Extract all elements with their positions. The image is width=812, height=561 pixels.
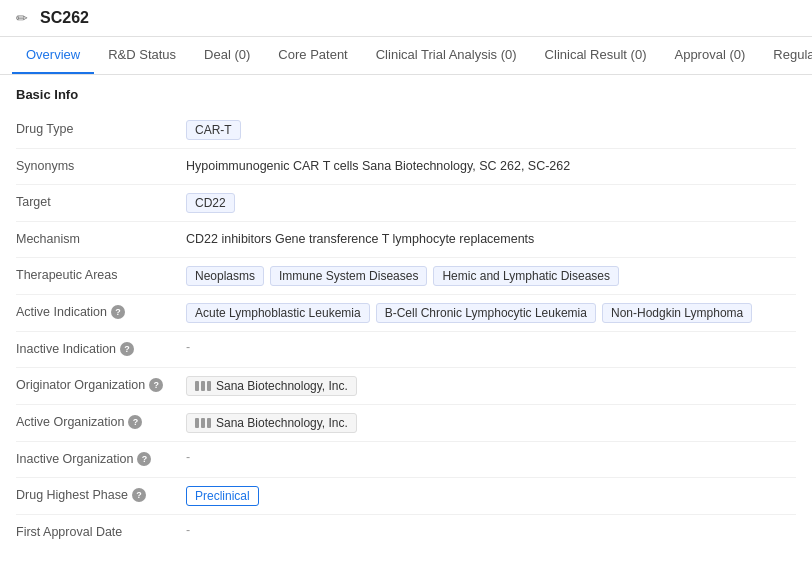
value-target: CD22	[186, 193, 796, 213]
value-originator-org: Sana Biotechnology, Inc.	[186, 376, 796, 396]
originator-org-tag: Sana Biotechnology, Inc.	[186, 376, 357, 396]
active-indication-tag-1: B-Cell Chronic Lymphocytic Leukemia	[376, 303, 596, 323]
label-mechanism: Mechanism	[16, 230, 186, 246]
tab-clinical-result[interactable]: Clinical Result (0)	[531, 37, 661, 74]
row-active-indication: Active Indication ? Acute Lymphoblastic …	[16, 295, 796, 332]
value-mechanism: CD22 inhibitors Gene transference T lymp…	[186, 230, 796, 246]
row-drug-type: Drug Type CAR-T	[16, 112, 796, 149]
label-originator-org: Originator Organization ?	[16, 376, 186, 392]
main-content: Basic Info Drug Type CAR-T Synonyms Hypo…	[0, 75, 812, 561]
row-first-approval-date: First Approval Date -	[16, 515, 796, 551]
label-inactive-indication: Inactive Indication ?	[16, 340, 186, 356]
svg-rect-2	[207, 381, 211, 391]
row-synonyms: Synonyms Hypoimmunogenic CAR T cells San…	[16, 149, 796, 185]
row-originator-org: Originator Organization ? Sana Biotechno…	[16, 368, 796, 405]
value-active-org: Sana Biotechnology, Inc.	[186, 413, 796, 433]
label-target: Target	[16, 193, 186, 209]
inactive-indication-help-icon[interactable]: ?	[120, 342, 134, 356]
page-title: SC262	[40, 9, 89, 27]
svg-rect-1	[201, 381, 205, 391]
value-drug-type: CAR-T	[186, 120, 796, 140]
active-org-icon	[195, 418, 211, 428]
active-org-help-icon[interactable]: ?	[128, 415, 142, 429]
active-indication-tag-0: Acute Lymphoblastic Leukemia	[186, 303, 370, 323]
section-basic-info: Basic Info	[16, 87, 796, 102]
originator-org-help-icon[interactable]: ?	[149, 378, 163, 392]
first-approval-date-dash: -	[186, 523, 190, 537]
value-inactive-org: -	[186, 450, 796, 464]
inactive-org-help-icon[interactable]: ?	[137, 452, 151, 466]
tab-deal[interactable]: Deal (0)	[190, 37, 264, 74]
org-icon	[195, 381, 211, 391]
synonyms-text: Hypoimmunogenic CAR T cells Sana Biotech…	[186, 157, 570, 173]
tab-regulation[interactable]: Regulation (0)	[759, 37, 812, 74]
drug-type-tag: CAR-T	[186, 120, 241, 140]
row-drug-highest-phase: Drug Highest Phase ? Preclinical	[16, 478, 796, 515]
target-tag: CD22	[186, 193, 235, 213]
value-synonyms: Hypoimmunogenic CAR T cells Sana Biotech…	[186, 157, 796, 173]
label-drug-highest-phase: Drug Highest Phase ?	[16, 486, 186, 502]
label-drug-type: Drug Type	[16, 120, 186, 136]
tab-overview[interactable]: Overview	[12, 37, 94, 74]
therapeutic-area-tag-0: Neoplasms	[186, 266, 264, 286]
svg-rect-4	[201, 418, 205, 428]
therapeutic-area-tag-2: Hemic and Lymphatic Diseases	[433, 266, 619, 286]
label-active-indication: Active Indication ?	[16, 303, 186, 319]
active-org-tag: Sana Biotechnology, Inc.	[186, 413, 357, 433]
drug-highest-phase-help-icon[interactable]: ?	[132, 488, 146, 502]
label-first-approval-date: First Approval Date	[16, 523, 186, 539]
tabs-bar: Overview R&D Status Deal (0) Core Patent…	[0, 37, 812, 75]
row-target: Target CD22	[16, 185, 796, 222]
edit-icon: ✏	[12, 8, 32, 28]
value-therapeutic-areas: Neoplasms Immune System Diseases Hemic a…	[186, 266, 796, 286]
mechanism-text: CD22 inhibitors Gene transference T lymp…	[186, 230, 534, 246]
page-header: ✏ SC262	[0, 0, 812, 37]
value-drug-highest-phase: Preclinical	[186, 486, 796, 506]
row-inactive-indication: Inactive Indication ? -	[16, 332, 796, 368]
inactive-indication-dash: -	[186, 340, 190, 354]
inactive-org-dash: -	[186, 450, 190, 464]
svg-rect-3	[195, 418, 199, 428]
tab-approval[interactable]: Approval (0)	[660, 37, 759, 74]
active-indication-tag-2: Non-Hodgkin Lymphoma	[602, 303, 752, 323]
drug-highest-phase-tag: Preclinical	[186, 486, 259, 506]
value-active-indication: Acute Lymphoblastic Leukemia B-Cell Chro…	[186, 303, 796, 323]
label-synonyms: Synonyms	[16, 157, 186, 173]
value-inactive-indication: -	[186, 340, 796, 354]
value-first-approval-date: -	[186, 523, 796, 537]
row-therapeutic-areas: Therapeutic Areas Neoplasms Immune Syste…	[16, 258, 796, 295]
row-mechanism: Mechanism CD22 inhibitors Gene transfere…	[16, 222, 796, 258]
svg-rect-0	[195, 381, 199, 391]
label-inactive-org: Inactive Organization ?	[16, 450, 186, 466]
svg-rect-5	[207, 418, 211, 428]
tab-rd-status[interactable]: R&D Status	[94, 37, 190, 74]
tab-clinical-trial[interactable]: Clinical Trial Analysis (0)	[362, 37, 531, 74]
tab-core-patent[interactable]: Core Patent	[264, 37, 361, 74]
row-inactive-org: Inactive Organization ? -	[16, 442, 796, 478]
active-indication-help-icon[interactable]: ?	[111, 305, 125, 319]
therapeutic-area-tag-1: Immune System Diseases	[270, 266, 427, 286]
row-active-org: Active Organization ? Sana Biotechnology…	[16, 405, 796, 442]
label-active-org: Active Organization ?	[16, 413, 186, 429]
label-therapeutic-areas: Therapeutic Areas	[16, 266, 186, 282]
